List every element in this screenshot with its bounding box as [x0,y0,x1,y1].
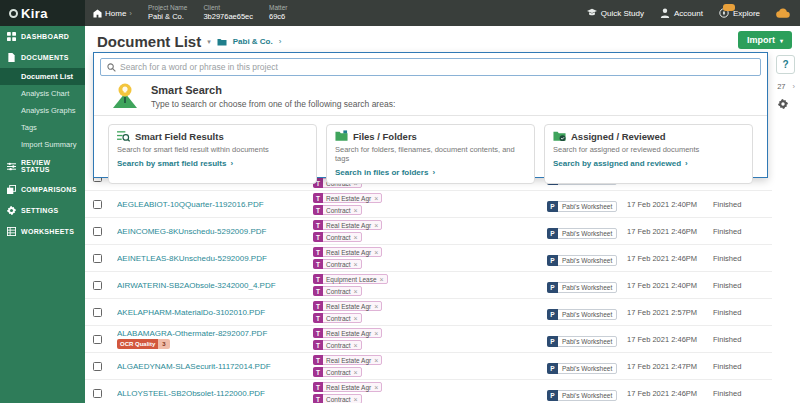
imported-date: 17 Feb 2021 2:40PM [627,200,713,209]
document-tag[interactable]: T Contract × [313,367,362,377]
row-checkbox[interactable] [93,227,102,236]
explore-button[interactable]: Explore [719,8,760,18]
worksheet-badge[interactable]: P Pabi's Worksheet [547,309,617,320]
files-folders-icon [335,130,348,142]
document-tag[interactable]: T Contract × [313,205,362,215]
tags-cell: T Real Estate Agr × T Contract × [313,247,547,269]
card-link[interactable]: Search by smart field results › [117,159,308,168]
sidebar-item-review-status[interactable]: REVIEW STATUS [0,153,85,179]
ocr-quality-badge[interactable]: OCR Quality 3 [117,339,170,349]
sidebar-item-settings[interactable]: SETTINGS [0,200,85,221]
search-area-card-smart-field-results[interactable]: Smart Field Results Search for smart fie… [108,124,317,184]
worksheet-badge[interactable]: P Pabi's Worksheet [547,228,617,239]
document-tag[interactable]: T Equipment Lease × [313,274,388,284]
table-settings-gear-icon[interactable] [778,99,788,109]
sidebar-subitem-document-list[interactable]: Document List [0,68,85,85]
worksheet-badge[interactable]: P Pabi's Worksheet [547,255,617,266]
sidebar-item-documents[interactable]: DOCUMENTS [0,47,85,68]
remove-tag-icon[interactable]: × [374,330,381,337]
row-checkbox[interactable] [93,389,102,398]
sidebar-subitem-analysis-graphs[interactable]: Analysis Graphs [0,102,85,119]
document-filename-link[interactable]: ALABAMAGRA-Othermater-8292007.PDF [117,329,313,338]
filename-cell: AIRWATERIN-SB2AObsole-3242000_4.PDF [117,281,313,290]
remove-tag-icon[interactable]: × [374,303,381,310]
search-area-card-assigned-reviewed[interactable]: Assigned / Reviewed Search for assigned … [544,124,753,184]
remove-tag-icon[interactable]: × [374,222,381,229]
kira-logo[interactable]: Kira [0,0,85,26]
document-tag[interactable]: T Real Estate Agr × [313,301,382,311]
document-filename-link[interactable]: AIRWATERIN-SB2AObsole-3242000_4.PDF [117,281,313,290]
status-text: Finished [713,254,772,263]
document-tag[interactable]: T Real Estate Agr × [313,328,382,338]
worksheet-badge[interactable]: P Pabi's Worksheet [547,201,617,212]
document-filename-link[interactable]: ALLOYSTEEL-SB2Obsolet-1122000.PDF [117,389,313,398]
document-filename-link[interactable]: AEGLEABIOT-10QQuarter-1192016.PDF [117,200,313,209]
remove-tag-icon[interactable]: × [374,195,381,202]
remove-tag-icon[interactable]: × [374,249,381,256]
worksheet-badge[interactable]: P Pabi's Worksheet [547,390,617,401]
smart-search-title: Smart Search [151,84,395,96]
document-tag[interactable]: T Contract × [313,340,362,350]
row-checkbox[interactable] [93,281,102,290]
caret-down-icon[interactable]: ▾ [207,38,211,46]
document-tag[interactable]: T Real Estate Agr × [313,382,382,392]
row-checkbox[interactable] [93,308,102,317]
import-button[interactable]: Import ▾ [738,31,792,49]
cloud-upload-icon[interactable] [776,8,790,18]
remove-tag-icon[interactable]: × [374,384,381,391]
worksheet-badge[interactable]: P Pabi's Worksheet [547,363,617,374]
remove-tag-icon[interactable]: × [374,357,381,364]
remove-tag-icon[interactable]: × [354,234,361,241]
remove-tag-icon[interactable]: × [354,369,361,376]
breadcrumb-project[interactable]: Pabi & Co. [233,37,273,46]
document-filename-link[interactable]: AEINCOMEG-8KUnschedu-5292009.PDF [117,227,313,236]
tags-cell: T Equipment Lease × T Contract × [313,274,547,296]
sidebar-item-dashboard[interactable]: DASHBOARD [0,26,85,47]
document-tag[interactable]: T Contract × [313,232,362,242]
smart-search-header: Smart Search Type to search or choose fr… [94,80,767,115]
document-tag[interactable]: T Real Estate Agr × [313,247,382,257]
sidebar-subitem-tags[interactable]: Tags [0,119,85,136]
smart-search-subtitle: Type to search or choose from one of the… [151,99,395,109]
home-link[interactable]: Home › [93,0,132,26]
remove-tag-icon[interactable]: × [354,288,361,295]
worksheet-badge[interactable]: P Pabi's Worksheet [547,282,617,293]
search-input[interactable] [120,62,760,72]
remove-tag-icon[interactable]: × [354,342,361,349]
remove-tag-icon[interactable]: × [354,207,361,214]
sidebar-subitem-analysis-chart[interactable]: Analysis Chart [0,85,85,102]
card-link[interactable]: Search in files or folders › [335,168,526,177]
search-area-cards: Smart Field Results Search for smart fie… [94,116,767,192]
document-tag[interactable]: T Contract × [313,313,362,323]
project-value: Pabi & Co. [148,12,187,21]
document-filename-link[interactable]: ALGAEDYNAM-SLASecurit-11172014.PDF [117,362,313,371]
document-tag[interactable]: T Contract × [313,394,362,403]
document-tag[interactable]: T Real Estate Agr × [313,193,382,203]
sidebar-item-comparisons[interactable]: COMPARISONS [0,179,85,200]
document-tag[interactable]: T Real Estate Agr × [313,220,382,230]
document-filename-link[interactable]: AEINETLEAS-8KUnschedu-5292009.PDF [117,254,313,263]
document-tag[interactable]: T Contract × [313,286,362,296]
pagination-next-icon[interactable]: › [793,82,796,91]
card-link[interactable]: Search by assigned and reviewed › [553,159,744,168]
quick-study-button[interactable]: Quick Study [587,8,644,18]
worksheet-badge[interactable]: P Pabi's Worksheet [547,336,617,347]
document-filename-link[interactable]: AKELAPHARM-MaterialDo-3102010.PDF [117,308,313,317]
document-tag[interactable]: T Contract × [313,259,362,269]
row-checkbox[interactable] [93,254,102,263]
tag-prefix-icon: T [313,220,323,230]
row-checkbox[interactable] [93,362,102,371]
remove-tag-icon[interactable]: × [354,261,361,268]
document-tag[interactable]: T Real Estate Agr × [313,355,382,365]
remove-tag-icon[interactable]: × [354,396,361,403]
account-button[interactable]: Account [660,8,703,18]
remove-tag-icon[interactable]: × [354,315,361,322]
sidebar-subitem-import-summary[interactable]: Import Summary [0,136,85,153]
sidebar-item-worksheets[interactable]: WORKSHEETS [0,221,85,242]
kira-logo-icon [9,9,18,18]
remove-tag-icon[interactable]: × [380,276,387,283]
help-button[interactable]: ? [776,55,795,74]
search-area-card-files-folders[interactable]: Files / Folders Search for folders, file… [326,124,535,184]
row-checkbox[interactable] [93,200,102,209]
row-checkbox[interactable] [93,335,102,344]
